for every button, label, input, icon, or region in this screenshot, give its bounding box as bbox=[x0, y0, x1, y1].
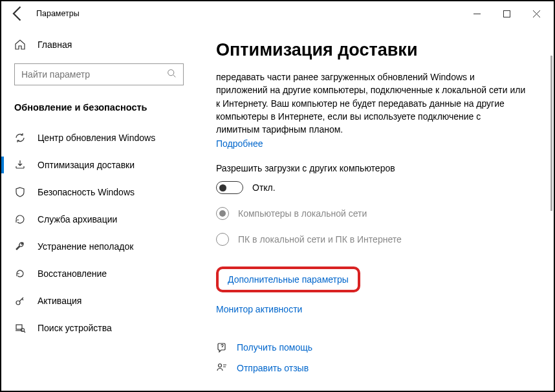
learn-more-link[interactable]: Подробнее bbox=[216, 138, 547, 149]
search-icon bbox=[167, 69, 177, 80]
radio-local-network[interactable]: Компьютеры в локальной сети bbox=[216, 207, 547, 220]
svg-point-4 bbox=[168, 70, 174, 76]
radio-local-and-internet[interactable]: ПК в локальной сети и ПК в Интернете bbox=[216, 233, 547, 246]
sidebar-item-label: Центр обновления Windows bbox=[38, 133, 155, 143]
scrollbar-thumb[interactable] bbox=[550, 56, 552, 211]
sidebar-item-label: Устранение неполадок bbox=[38, 241, 133, 252]
sidebar-item-label: Поиск устройства bbox=[38, 323, 112, 333]
sidebar-item-troubleshoot[interactable]: Устранение неполадок bbox=[1, 233, 197, 260]
minimize-button[interactable] bbox=[462, 4, 492, 23]
radio-icon bbox=[216, 207, 229, 220]
key-icon bbox=[14, 295, 26, 307]
sidebar: Главная Обновление и безопасность Центр … bbox=[1, 26, 197, 391]
advanced-options-link[interactable]: Дополнительные параметры bbox=[228, 274, 349, 285]
titlebar: Параметры bbox=[1, 1, 554, 26]
sidebar-item-activation[interactable]: Активация bbox=[1, 287, 197, 314]
sidebar-item-label: Активация bbox=[38, 296, 82, 306]
svg-point-9 bbox=[219, 364, 222, 367]
feedback-link[interactable]: Отправить отзыв bbox=[237, 363, 309, 373]
sidebar-item-delivery-optimization[interactable]: Оптимизация доставки bbox=[1, 151, 197, 179]
sync-icon bbox=[14, 132, 26, 144]
svg-rect-7 bbox=[16, 325, 22, 329]
wrench-icon bbox=[14, 241, 26, 252]
toggle-state-label: Откл. bbox=[252, 182, 276, 193]
help-icon bbox=[216, 342, 228, 353]
allow-downloads-label: Разрешить загрузки с других компьютеров bbox=[216, 163, 547, 173]
page-title: Оптимизация доставки bbox=[216, 40, 547, 60]
sidebar-home[interactable]: Главная bbox=[1, 32, 197, 57]
delivery-icon bbox=[14, 159, 26, 171]
sidebar-item-label: Безопасность Windows bbox=[38, 187, 135, 197]
find-device-icon bbox=[14, 322, 26, 334]
close-button[interactable] bbox=[521, 4, 551, 23]
sidebar-home-label: Главная bbox=[38, 39, 72, 50]
sidebar-item-label: Оптимизация доставки bbox=[38, 160, 135, 170]
sidebar-item-label: Восстановление bbox=[38, 268, 107, 279]
sidebar-item-security[interactable]: Безопасность Windows bbox=[1, 179, 197, 206]
maximize-button[interactable] bbox=[492, 4, 521, 23]
sidebar-item-update-center[interactable]: Центр обновления Windows bbox=[1, 124, 197, 151]
radio-label: Компьютеры в локальной сети bbox=[238, 208, 367, 219]
get-help-link[interactable]: Получить помощь bbox=[237, 342, 312, 353]
search-input[interactable] bbox=[21, 69, 167, 80]
sidebar-category: Обновление и безопасность bbox=[1, 94, 197, 124]
window-title: Параметры bbox=[36, 9, 80, 18]
highlight-box: Дополнительные параметры bbox=[216, 267, 360, 292]
sidebar-item-recovery[interactable]: Восстановление bbox=[1, 260, 197, 287]
description-text: передавать части ранее загруженных обнов… bbox=[216, 71, 527, 136]
svg-point-8 bbox=[21, 329, 25, 332]
allow-downloads-toggle[interactable] bbox=[216, 181, 243, 194]
radio-icon bbox=[216, 233, 229, 246]
recovery-icon bbox=[14, 268, 26, 279]
sidebar-item-label: Служба архивации bbox=[38, 214, 117, 224]
feedback-icon bbox=[216, 362, 228, 374]
svg-rect-1 bbox=[503, 10, 510, 17]
content-area: Оптимизация доставки передавать части ра… bbox=[197, 26, 554, 391]
backup-icon bbox=[14, 213, 26, 225]
home-icon bbox=[14, 39, 26, 50]
shield-icon bbox=[14, 186, 26, 198]
sidebar-item-find-device[interactable]: Поиск устройства bbox=[1, 314, 197, 342]
activity-monitor-link[interactable]: Монитор активности bbox=[216, 304, 547, 314]
back-button[interactable] bbox=[9, 5, 27, 23]
radio-label: ПК в локальной сети и ПК в Интернете bbox=[238, 234, 402, 245]
sidebar-item-backup[interactable]: Служба архивации bbox=[1, 206, 197, 233]
search-box[interactable] bbox=[14, 63, 184, 85]
svg-line-5 bbox=[173, 75, 175, 77]
